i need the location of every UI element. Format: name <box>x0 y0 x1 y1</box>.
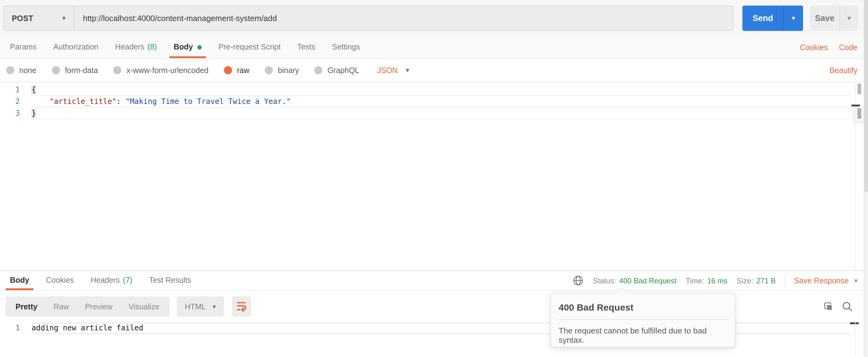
radio-label: form-data <box>65 66 98 75</box>
radio-graphql[interactable]: GraphQL <box>314 66 359 75</box>
send-button-group: Send ▾ <box>742 6 803 31</box>
chevron-down-icon: ▾ <box>847 15 851 22</box>
tab-pre-request-script[interactable]: Pre-request Script <box>214 36 285 58</box>
separator-token: : <box>117 97 126 106</box>
response-line: 1 adding new article failed <box>0 322 868 334</box>
status-value[interactable]: 400 Bad Request <box>619 276 677 285</box>
code-line-content: } <box>32 108 850 119</box>
radio-selected-icon <box>224 66 232 74</box>
postman-app: POST ▾ http://localhost:4000/content-man… <box>0 0 868 357</box>
copy-icon[interactable] <box>823 301 833 312</box>
radio-icon <box>114 66 122 74</box>
view-preview[interactable]: Preview <box>77 302 121 311</box>
url-group: POST ▾ http://localhost:4000/content-man… <box>3 6 734 31</box>
editor-scroll-marker <box>850 322 859 324</box>
line-number: 2 <box>0 96 25 108</box>
tab-label: Authorization <box>53 43 98 51</box>
tab-tests[interactable]: Tests <box>293 36 319 58</box>
save-response-label: Save Response <box>794 276 849 285</box>
json-key-token: "article_title" <box>50 97 117 106</box>
response-body-viewer[interactable]: 1 adding new article failed <box>0 322 868 334</box>
beautify-link[interactable]: Beautify <box>830 66 858 75</box>
save-button[interactable]: Save <box>810 6 840 31</box>
tab-label: Headers <box>91 276 120 285</box>
tab-label: Params <box>10 43 36 51</box>
radio-icon <box>6 66 14 74</box>
tooltip-title: 400 Bad Request <box>551 294 734 313</box>
view-visualize[interactable]: Visualize <box>121 302 168 311</box>
radio-label: binary <box>278 66 299 75</box>
tab-body[interactable]: Body <box>169 36 206 58</box>
tab-label: Tests <box>297 43 315 51</box>
radio-label: none <box>19 66 36 75</box>
tab-label: Settings <box>332 43 360 51</box>
radio-label: x-www-form-urlencoded <box>126 66 209 75</box>
method-value: POST <box>12 14 33 23</box>
line-number: 1 <box>0 84 25 96</box>
globe-icon[interactable] <box>573 275 584 286</box>
time-value[interactable]: 16 ms <box>707 276 727 285</box>
chevron-down-icon: ▾ <box>406 67 409 73</box>
tab-label: Cookies <box>46 276 74 285</box>
format-select[interactable]: HTML ▾ <box>177 296 224 317</box>
editor-scrollbar-track <box>855 322 856 357</box>
radio-form-data[interactable]: form-data <box>52 66 98 75</box>
editor-scrollbar-thumb[interactable] <box>858 108 861 119</box>
response-view-switcher: Pretty Raw Preview Visualize <box>6 296 169 317</box>
indent <box>32 97 50 106</box>
send-button[interactable]: Send <box>742 6 784 31</box>
code-line-content: "article_title": "Making Time to Travel … <box>32 96 850 108</box>
chevron-down-icon: ▾ <box>62 15 66 22</box>
line-number: 1 <box>0 322 25 334</box>
chevron-down-icon: ▾ <box>792 15 795 22</box>
brace-token: } <box>32 109 36 118</box>
response-tab-body[interactable]: Body <box>6 271 34 290</box>
response-icon-buttons <box>823 301 852 312</box>
radio-icon <box>52 66 60 74</box>
request-body-editor[interactable]: 1 { 2 "article_title": "Making Time to T… <box>0 82 868 270</box>
size-value[interactable]: 271 B <box>756 276 776 285</box>
view-raw[interactable]: Raw <box>45 302 77 311</box>
size-label: Size: <box>737 276 753 285</box>
response-header: Body Cookies Headers (7) Test Results <box>0 271 868 291</box>
code-link[interactable]: Code <box>839 36 858 58</box>
radio-binary[interactable]: binary <box>265 66 299 75</box>
radio-label: GraphQL <box>327 66 359 75</box>
editor-scroll-marker <box>851 105 860 107</box>
chevron-down-icon: ▾ <box>855 277 858 284</box>
code-line: 3 } <box>0 108 868 119</box>
window-scrollbar[interactable] <box>864 0 868 357</box>
request-url-bar: POST ▾ http://localhost:4000/content-man… <box>0 0 868 36</box>
tab-settings[interactable]: Settings <box>328 36 364 58</box>
response-tab-test-results[interactable]: Test Results <box>145 271 195 290</box>
save-options-button[interactable]: ▾ <box>840 6 858 31</box>
divider <box>785 275 785 286</box>
tab-params[interactable]: Params <box>6 36 41 58</box>
tab-count-badge: (7) <box>123 276 132 285</box>
radio-x-www-form-urlencoded[interactable]: x-www-form-urlencoded <box>114 66 209 75</box>
method-select[interactable]: POST ▾ <box>4 6 74 30</box>
url-input[interactable]: http://localhost:4000/content-management… <box>74 6 733 30</box>
search-icon[interactable] <box>842 301 852 312</box>
window-scrollbar-thumb[interactable] <box>864 0 868 192</box>
save-response-button[interactable]: Save Response ▾ <box>794 276 858 285</box>
view-pretty[interactable]: Pretty <box>7 302 45 311</box>
wrap-lines-icon <box>236 299 248 314</box>
tab-authorization[interactable]: Authorization <box>49 36 103 58</box>
radio-label: raw <box>237 66 249 75</box>
radio-raw[interactable]: raw <box>224 66 249 75</box>
language-select[interactable]: JSON ▾ <box>377 66 409 75</box>
send-options-button[interactable]: ▾ <box>784 6 803 31</box>
wrap-lines-button[interactable] <box>232 296 251 317</box>
response-tab-cookies[interactable]: Cookies <box>42 271 78 290</box>
json-string-token: "Making Time to Travel Twice a Year." <box>125 97 291 106</box>
tab-headers[interactable]: Headers (8) <box>111 36 161 58</box>
tab-label: Test Results <box>149 276 191 285</box>
editor-scrollbar-thumb[interactable] <box>858 84 861 94</box>
status-tooltip: 400 Bad Request The request cannot be fu… <box>551 293 735 347</box>
response-toolbar: Pretty Raw Preview Visualize HTML ▾ <box>0 296 868 317</box>
cookies-link[interactable]: Cookies <box>800 36 828 58</box>
radio-none[interactable]: none <box>6 66 36 75</box>
tooltip-description: The request cannot be fulfilled due to b… <box>551 320 734 345</box>
response-tab-headers[interactable]: Headers (7) <box>86 271 137 290</box>
